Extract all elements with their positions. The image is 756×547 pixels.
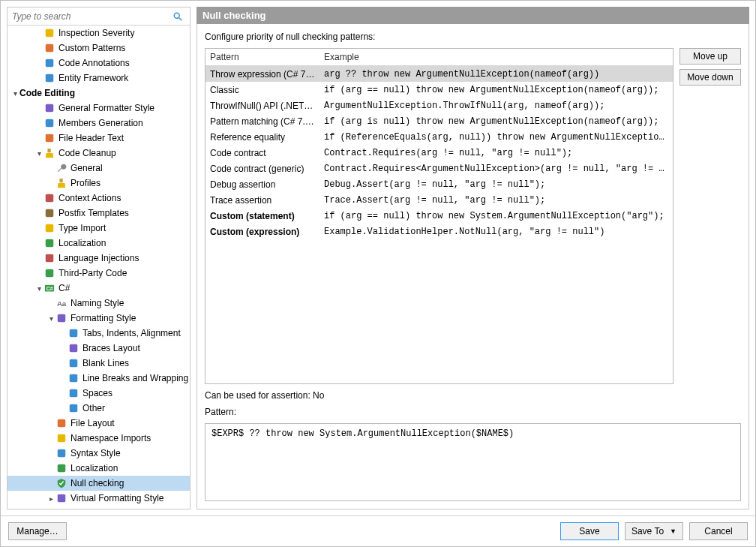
- tree-item[interactable]: Spaces: [8, 386, 190, 401]
- table-row[interactable]: ThrowIfNull() API (.NET 6+)ArgumentNullE…: [206, 98, 673, 113]
- table-row[interactable]: Code contract (generic)Contract.Requires…: [206, 161, 673, 176]
- cell-example: Contract.Requires(arg != null, "arg != n…: [320, 145, 673, 161]
- patterns-table[interactable]: Pattern Example Throw expression (C# 7.0…: [205, 48, 674, 384]
- tree-item-label: Naming Style: [70, 298, 124, 308]
- expander-spacer: [34, 29, 44, 38]
- tree-item[interactable]: Localization: [8, 236, 190, 251]
- chevron-down-icon[interactable]: ▾: [34, 149, 44, 158]
- tree-item-label: Inspection Severity: [58, 28, 134, 38]
- syntax-icon: [56, 447, 68, 459]
- chevron-down-icon[interactable]: ▾: [34, 284, 44, 293]
- tree-item[interactable]: ▾Code Editing: [8, 86, 190, 101]
- tree-item[interactable]: ▾Formatting Style: [8, 311, 190, 326]
- search-input[interactable]: [10, 11, 172, 22]
- expander-spacer: [58, 344, 68, 353]
- table-row[interactable]: Throw expression (C# 7.0+)arg ?? throw n…: [206, 66, 673, 82]
- expander-spacer: [58, 359, 68, 368]
- tree-item[interactable]: General: [8, 161, 190, 176]
- braces-icon: [68, 342, 80, 354]
- cell-example: if (ReferenceEquals(arg, null)) throw ne…: [320, 129, 673, 146]
- tree-item[interactable]: Line Breaks and Wrapping: [8, 371, 190, 386]
- tree-item[interactable]: Language Injections: [8, 251, 190, 266]
- pattern-textbox[interactable]: $EXPR$ ?? throw new System.ArgumentNullE…: [205, 423, 741, 501]
- table-row[interactable]: Trace assertionTrace.Assert(arg != null,…: [206, 192, 673, 208]
- tree-item[interactable]: Braces Layout: [8, 341, 190, 356]
- tree-item[interactable]: Type Import: [8, 221, 190, 236]
- table-row[interactable]: Pattern matching (C# 7.0+)if (arg is nul…: [206, 113, 673, 129]
- tree-item-label: C#: [58, 283, 70, 293]
- tree-item-label: File Header Text: [58, 133, 124, 143]
- cell-example: if (arg == null) throw new ArgumentNullE…: [320, 82, 673, 98]
- chevron-down-icon[interactable]: ▾: [46, 314, 56, 323]
- import-icon: [44, 222, 56, 234]
- tree-item[interactable]: File Layout: [8, 416, 190, 431]
- expander-spacer: [34, 194, 44, 203]
- wrap-icon: [68, 372, 80, 384]
- table-row[interactable]: Custom (expression)Example.ValidationHel…: [206, 224, 673, 239]
- tree-item-label: Blank Lines: [82, 358, 129, 368]
- tree-item[interactable]: ▾C#C#: [8, 281, 190, 296]
- cell-pattern: Reference equality: [206, 129, 320, 146]
- svg-rect-6: [46, 104, 54, 113]
- context-icon: [44, 192, 56, 204]
- tree-item[interactable]: Localization: [8, 461, 190, 476]
- table-row[interactable]: Classicif (arg == null) throw new Argume…: [206, 82, 673, 98]
- tree-item[interactable]: General Formatter Style: [8, 101, 190, 116]
- svg-rect-5: [46, 74, 54, 83]
- chevron-right-icon[interactable]: ▸: [46, 494, 56, 503]
- tree-item[interactable]: Custom Patterns: [8, 41, 190, 56]
- save-to-label: Save To: [632, 526, 664, 536]
- svg-rect-15: [46, 254, 54, 263]
- col-pattern-header[interactable]: Pattern: [206, 49, 320, 65]
- tree-item[interactable]: Postfix Templates: [8, 206, 190, 221]
- search-icon[interactable]: [172, 11, 184, 23]
- tree-item-label: Third-Party Code: [58, 268, 127, 278]
- tree-item[interactable]: Null checking: [8, 476, 190, 491]
- tree-item[interactable]: Entity Framework: [8, 71, 190, 86]
- save-button[interactable]: Save: [560, 522, 619, 540]
- col-example-header[interactable]: Example: [320, 49, 673, 65]
- tree-item-label: File Layout: [70, 418, 115, 428]
- cell-pattern: Debug assertion: [206, 176, 320, 193]
- tree-item[interactable]: Syntax Style: [8, 446, 190, 461]
- move-up-button[interactable]: Move up: [680, 48, 741, 65]
- tree-item[interactable]: Third-Party Code: [8, 266, 190, 281]
- tree-item[interactable]: Tabs, Indents, Alignment: [8, 326, 190, 341]
- tree-item[interactable]: Code Annotations: [8, 56, 190, 71]
- svg-rect-4: [46, 59, 54, 68]
- tree-item[interactable]: AaNaming Style: [8, 296, 190, 311]
- expander-spacer: [34, 269, 44, 278]
- svg-rect-2: [46, 29, 54, 38]
- manage-button[interactable]: Manage…: [8, 522, 67, 540]
- tree-item[interactable]: Members Generation: [8, 116, 190, 131]
- options-tree[interactable]: Inspection SeverityCustom PatternsCode A…: [8, 26, 190, 509]
- tree-item[interactable]: File Header Text: [8, 131, 190, 146]
- table-row[interactable]: Code contractContract.Requires(arg != nu…: [206, 145, 673, 161]
- expander-spacer: [34, 224, 44, 233]
- cell-pattern: ThrowIfNull() API (.NET 6+): [206, 98, 320, 114]
- table-row[interactable]: Debug assertionDebug.Assert(arg != null,…: [206, 176, 673, 192]
- tree-item[interactable]: ▸Virtual Formatting Style: [8, 491, 190, 506]
- table-row[interactable]: Custom (statement)if (arg == null) throw…: [206, 208, 673, 224]
- tree-item[interactable]: ▾Code Cleanup: [8, 146, 190, 161]
- tree-item-label: Members Generation: [58, 118, 143, 128]
- chevron-down-icon[interactable]: ▾: [10, 89, 20, 98]
- pattern-label: Pattern:: [205, 407, 741, 417]
- move-down-button[interactable]: Move down: [680, 69, 741, 86]
- expander-spacer: [58, 389, 68, 398]
- tree-item[interactable]: Context Actions: [8, 191, 190, 206]
- table-row[interactable]: Reference equalityif (ReferenceEquals(ar…: [206, 129, 673, 145]
- save-to-button[interactable]: Save To ▼: [625, 522, 683, 540]
- svg-rect-20: [58, 314, 66, 323]
- cell-pattern: Code contract: [206, 145, 320, 161]
- tree-item[interactable]: Other: [8, 401, 190, 416]
- cancel-button[interactable]: Cancel: [689, 522, 748, 540]
- svg-rect-25: [70, 389, 78, 398]
- tree-item[interactable]: Inspection Severity: [8, 26, 190, 41]
- cell-pattern: Classic: [206, 82, 320, 98]
- tree-item[interactable]: Blank Lines: [8, 356, 190, 371]
- cell-example: Trace.Assert(arg != null, "arg != null")…: [320, 192, 673, 209]
- expander-spacer: [58, 329, 68, 338]
- tree-item[interactable]: Namespace Imports: [8, 431, 190, 446]
- tree-item[interactable]: Profiles: [8, 176, 190, 191]
